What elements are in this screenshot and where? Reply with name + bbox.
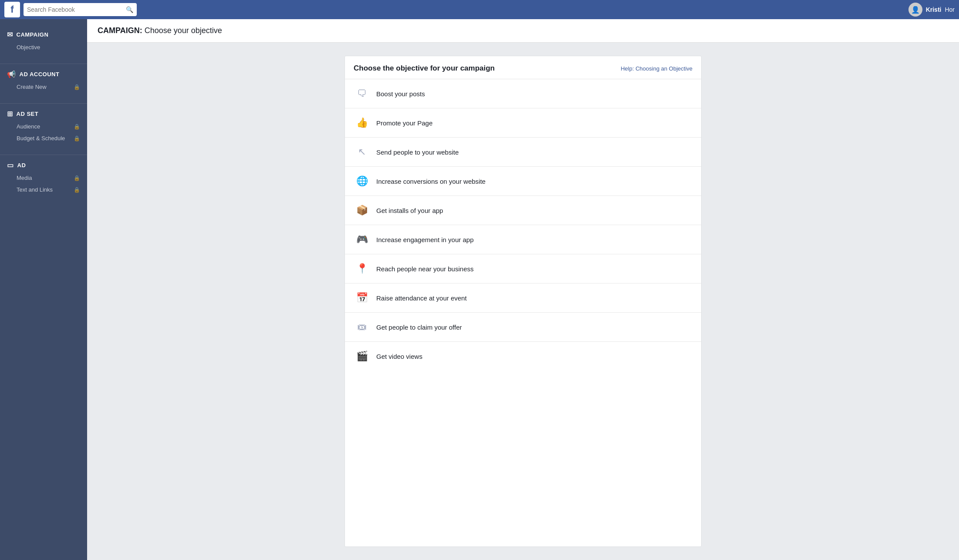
objective-row-offer-claims[interactable]: 🎟 Get people to claim your offer — [345, 313, 701, 342]
sidebar-section-ad: ▭ AD Media 🔒 Text and Links 🔒 — [0, 159, 87, 196]
sidebar-item-text-links[interactable]: Text and Links 🔒 — [0, 184, 87, 196]
avatar: 👤 — [908, 3, 922, 17]
home-link[interactable]: Hor — [945, 6, 955, 13]
sidebar-section-campaign: ✉ CAMPAIGN Objective — [0, 28, 87, 53]
objectives-list: 🗨 Boost your posts 👍 Promote your Page ↖… — [345, 79, 701, 371]
main-content: CAMPAIGN: Choose your objective Choose t… — [87, 19, 959, 560]
facebook-logo: f — [4, 2, 20, 17]
sidebar: ✉ CAMPAIGN Objective 📢 AD ACCOUNT Create… — [0, 19, 87, 560]
sidebar-section-ad-account: 📢 AD ACCOUNT Create New 🔒 — [0, 67, 87, 93]
sidebar-section-title-ad-account: 📢 AD ACCOUNT — [0, 67, 87, 81]
objective-row-video-views[interactable]: 🎬 Get video views — [345, 342, 701, 371]
objective-label-app-installs: Get installs of your app — [376, 207, 443, 214]
objective-label-event-responses: Raise attendance at your event — [376, 294, 467, 302]
lock-icon-budget: 🔒 — [74, 135, 80, 142]
sidebar-item-audience[interactable]: Audience 🔒 — [0, 121, 87, 132]
objective-label-local-awareness: Reach people near your business — [376, 265, 473, 273]
help-link[interactable]: Help: Choosing an Objective — [621, 65, 692, 72]
objective-icon-promote-page: 👍 — [354, 115, 370, 131]
sidebar-section-title-ad-set: ⊞ AD SET — [0, 107, 87, 121]
sidebar-section-ad-set: ⊞ AD SET Audience 🔒 Budget & Schedule 🔒 — [0, 107, 87, 144]
sidebar-section-title-ad: ▭ AD — [0, 159, 87, 172]
objectives-card-header: Choose the objective for your campaign H… — [345, 56, 701, 79]
sidebar-item-media[interactable]: Media 🔒 — [0, 172, 87, 184]
ad-icon: ▭ — [7, 161, 14, 169]
ad-set-icon: ⊞ — [7, 110, 13, 118]
lock-icon-text-links: 🔒 — [74, 187, 80, 193]
objective-row-promote-page[interactable]: 👍 Promote your Page — [345, 108, 701, 138]
objective-label-boost-posts: Boost your posts — [376, 90, 425, 98]
search-icon: 🔍 — [126, 6, 133, 13]
sidebar-item-objective[interactable]: Objective — [0, 41, 87, 53]
objective-label-increase-conversions: Increase conversions on your website — [376, 178, 486, 185]
top-navigation: f 🔍 👤 Kristi Hor — [0, 0, 959, 19]
objective-row-local-awareness[interactable]: 📍 Reach people near your business — [345, 254, 701, 283]
objective-label-app-engagement: Increase engagement in your app — [376, 236, 473, 243]
main-layout: ✉ CAMPAIGN Objective 📢 AD ACCOUNT Create… — [0, 19, 959, 560]
page-header: CAMPAIGN: Choose your objective — [87, 19, 959, 43]
objective-row-app-engagement[interactable]: 🎮 Increase engagement in your app — [345, 225, 701, 254]
topnav-right: 👤 Kristi Hor — [908, 3, 955, 17]
objectives-card: Choose the objective for your campaign H… — [344, 56, 702, 547]
content-area: Choose the objective for your campaign H… — [87, 43, 959, 560]
objective-row-app-installs[interactable]: 📦 Get installs of your app — [345, 196, 701, 225]
objective-icon-app-engagement: 🎮 — [354, 231, 370, 248]
lock-icon-media: 🔒 — [74, 175, 80, 181]
sidebar-section-title-campaign: ✉ CAMPAIGN — [0, 28, 87, 41]
objective-label-send-website: Send people to your website — [376, 148, 459, 156]
objective-label-offer-claims: Get people to claim your offer — [376, 324, 462, 331]
user-name: Kristi — [926, 6, 942, 13]
campaign-icon: ✉ — [7, 30, 13, 39]
page-title: CAMPAIGN: Choose your objective — [98, 26, 949, 35]
search-bar[interactable]: 🔍 — [24, 3, 137, 16]
objective-icon-offer-claims: 🎟 — [354, 319, 370, 335]
objective-icon-increase-conversions: 🌐 — [354, 173, 370, 189]
lock-icon-create-new: 🔒 — [74, 84, 80, 90]
objective-icon-send-website: ↖ — [354, 144, 370, 160]
objective-label-video-views: Get video views — [376, 353, 422, 360]
sidebar-item-create-new[interactable]: Create New 🔒 — [0, 81, 87, 93]
objective-icon-boost-posts: 🗨 — [354, 85, 370, 102]
objective-icon-video-views: 🎬 — [354, 348, 370, 364]
objective-icon-local-awareness: 📍 — [354, 260, 370, 277]
ad-account-icon: 📢 — [7, 70, 16, 78]
objective-icon-app-installs: 📦 — [354, 202, 370, 219]
objective-row-event-responses[interactable]: 📅 Raise attendance at your event — [345, 283, 701, 313]
lock-icon-audience: 🔒 — [74, 124, 80, 130]
objective-row-increase-conversions[interactable]: 🌐 Increase conversions on your website — [345, 167, 701, 196]
objective-icon-event-responses: 📅 — [354, 290, 370, 306]
objective-row-send-website[interactable]: ↖ Send people to your website — [345, 138, 701, 167]
search-input[interactable] — [27, 6, 126, 13]
sidebar-item-budget-schedule[interactable]: Budget & Schedule 🔒 — [0, 132, 87, 144]
objectives-card-title: Choose the objective for your campaign — [354, 64, 495, 73]
objective-label-promote-page: Promote your Page — [376, 119, 432, 127]
objective-row-boost-posts[interactable]: 🗨 Boost your posts — [345, 79, 701, 108]
